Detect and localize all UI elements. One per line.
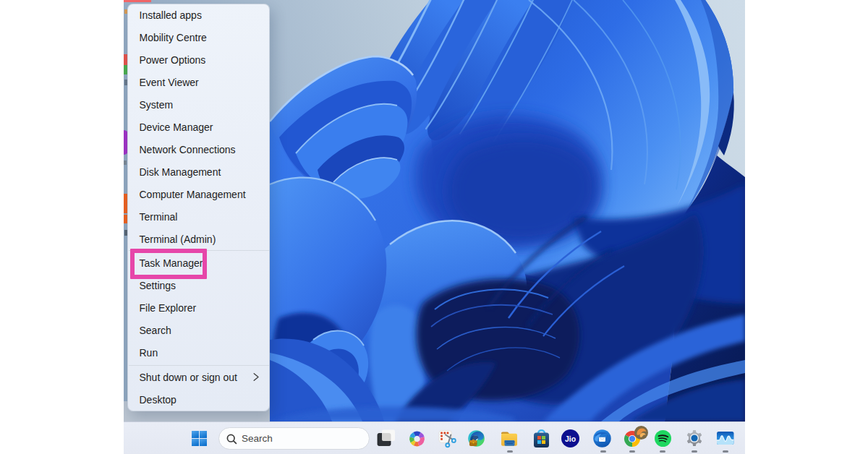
- svg-text:Jio: Jio: [565, 434, 576, 443]
